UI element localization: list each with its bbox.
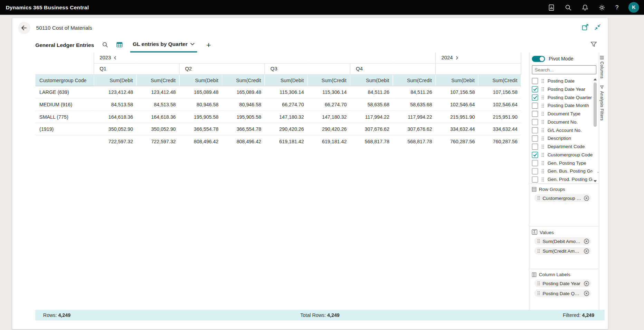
drag-handle-icon[interactable] [541, 144, 544, 149]
value-cell[interactable]: 147,180.32 [307, 110, 350, 123]
value-column-header[interactable]: Sum(Credit [136, 75, 179, 86]
field-item[interactable]: Customergroup Code [531, 151, 599, 159]
side-tab-analysis-filters[interactable]: Analysis Filters [599, 82, 604, 124]
field-item[interactable]: Gen. Bus. Posting Gro... [531, 167, 599, 175]
field-checkbox[interactable] [532, 94, 538, 100]
quarter-header[interactable]: Q3 [265, 64, 350, 75]
drag-handle-icon[interactable] [541, 87, 544, 91]
remove-icon[interactable] [584, 238, 589, 244]
table-row[interactable]: SMALL (775)164,618.36164,618.36195,905.5… [35, 110, 521, 123]
report-icon[interactable] [548, 4, 555, 11]
value-cell[interactable]: 115,306.14 [265, 86, 307, 98]
value-column-header[interactable]: Sum(Credit [307, 75, 350, 86]
row-label-cell[interactable]: (1919) [35, 123, 94, 135]
remove-icon[interactable] [584, 281, 589, 287]
pivot-chip[interactable]: Sum(Debit Amount) [534, 237, 591, 245]
remove-icon[interactable] [584, 195, 589, 201]
value-cell[interactable]: 350,052.90 [136, 123, 179, 135]
drag-handle-icon[interactable] [537, 291, 540, 295]
value-cell[interactable]: 115,306.14 [307, 86, 350, 98]
row-label-cell[interactable]: SMALL (775) [35, 110, 94, 123]
filter-icon[interactable] [590, 41, 597, 48]
value-cell[interactable]: 123,412.48 [94, 86, 136, 98]
chevron-right-icon[interactable] [456, 56, 458, 60]
pivot-chip[interactable]: Sum(Credit Amount) [534, 247, 591, 255]
value-column-header[interactable]: Sum(Debit [435, 75, 478, 86]
row-label-cell[interactable]: LARGE (639) [35, 86, 94, 98]
drag-handle-icon[interactable] [541, 120, 544, 124]
value-cell[interactable]: 84,513.58 [94, 98, 136, 111]
value-cell[interactable]: 84,513.58 [136, 98, 179, 111]
open-in-window-icon[interactable] [581, 23, 589, 31]
drag-handle-icon[interactable] [541, 128, 544, 132]
field-list-scrollbar[interactable] [593, 77, 597, 183]
field-checkbox[interactable] [532, 143, 538, 149]
field-checkbox[interactable] [532, 160, 538, 166]
field-checkbox[interactable] [532, 103, 538, 109]
remove-icon[interactable] [584, 248, 589, 254]
drag-handle-icon[interactable] [541, 111, 544, 116]
quarter-header[interactable]: Q1 [94, 64, 179, 75]
field-item[interactable]: Document Type [531, 109, 599, 118]
analysis-grid-icon[interactable] [116, 41, 123, 48]
notifications-icon[interactable] [582, 4, 589, 11]
quarter-header[interactable]: Q4 [350, 64, 435, 75]
scrollbar-thumb[interactable] [594, 82, 597, 127]
drag-handle-icon[interactable] [541, 136, 544, 140]
year-header[interactable]: 2024 [435, 52, 521, 64]
settings-gear-icon[interactable] [598, 4, 605, 11]
value-cell[interactable]: 102,546.64 [478, 98, 521, 111]
value-cell[interactable]: 334,632.44 [478, 123, 521, 135]
value-cell[interactable]: 195,905.58 [179, 110, 222, 123]
drag-handle-icon[interactable] [541, 103, 544, 108]
value-cell[interactable]: 58,635.68 [350, 98, 393, 111]
field-checkbox[interactable] [532, 176, 538, 183]
drag-handle-icon[interactable] [541, 161, 544, 165]
value-cell[interactable]: 165,089.48 [222, 86, 265, 98]
value-cell[interactable]: 66,274.70 [265, 98, 307, 111]
drag-handle-icon[interactable] [541, 153, 544, 157]
value-cell[interactable]: 58,635.68 [392, 98, 435, 111]
field-checkbox[interactable] [532, 127, 538, 133]
value-cell[interactable]: 366,554.78 [179, 123, 222, 135]
value-cell[interactable]: 195,905.58 [222, 110, 265, 123]
field-item[interactable]: Document No. [531, 118, 599, 126]
row-group-column-header[interactable]: Customergroup Code [35, 75, 94, 86]
field-item[interactable]: G/L Account No. [531, 126, 599, 134]
tab-gl-entries-by-quarter[interactable]: GL entries by Quarter [130, 37, 197, 52]
field-checkbox[interactable] [532, 119, 538, 125]
field-checkbox[interactable] [532, 135, 538, 142]
pivot-chip[interactable]: Posting Date Quarter [534, 289, 591, 297]
value-cell[interactable]: 84,511.26 [350, 86, 393, 98]
value-cell[interactable]: 107,156.58 [478, 86, 521, 98]
value-cell[interactable]: 107,156.58 [435, 86, 478, 98]
add-tab-button[interactable]: + [205, 41, 213, 48]
year-header[interactable]: 2023 [94, 52, 435, 64]
drag-handle-icon[interactable] [541, 95, 544, 99]
field-item[interactable]: Gen. Prod. Posting Gr... [531, 175, 599, 184]
field-item[interactable]: Posting Date [531, 77, 599, 85]
value-cell[interactable]: 117,994.22 [392, 110, 435, 123]
pivot-chip[interactable]: Customergroup Co... [534, 194, 591, 202]
collapse-icon[interactable] [594, 23, 601, 31]
drag-handle-icon[interactable] [537, 196, 540, 200]
quarter-header[interactable] [435, 64, 521, 75]
value-cell[interactable]: 66,274.70 [307, 98, 350, 111]
chevron-left-icon[interactable] [114, 56, 117, 60]
scroll-down-icon[interactable] [593, 178, 597, 183]
value-column-header[interactable]: Sum(Debit [350, 75, 393, 86]
field-item[interactable]: Gen. Posting Type [531, 159, 599, 167]
value-column-header[interactable]: Sum(Debit [94, 75, 136, 86]
pivot-mode-toggle[interactable] [532, 56, 545, 62]
value-cell[interactable]: 164,618.36 [94, 110, 136, 123]
value-cell[interactable]: 334,632.44 [435, 123, 478, 135]
value-cell[interactable]: 290,420.26 [307, 123, 350, 135]
drag-handle-icon[interactable] [541, 169, 544, 173]
field-checkbox[interactable] [532, 152, 538, 158]
field-checkbox[interactable] [532, 168, 538, 174]
search-icon[interactable] [565, 4, 572, 11]
row-label-cell[interactable]: MEDIUM (916) [35, 98, 94, 111]
value-cell[interactable]: 164,618.36 [136, 110, 179, 123]
quarter-header[interactable]: Q2 [179, 64, 264, 75]
value-cell[interactable]: 290,420.26 [265, 123, 307, 135]
